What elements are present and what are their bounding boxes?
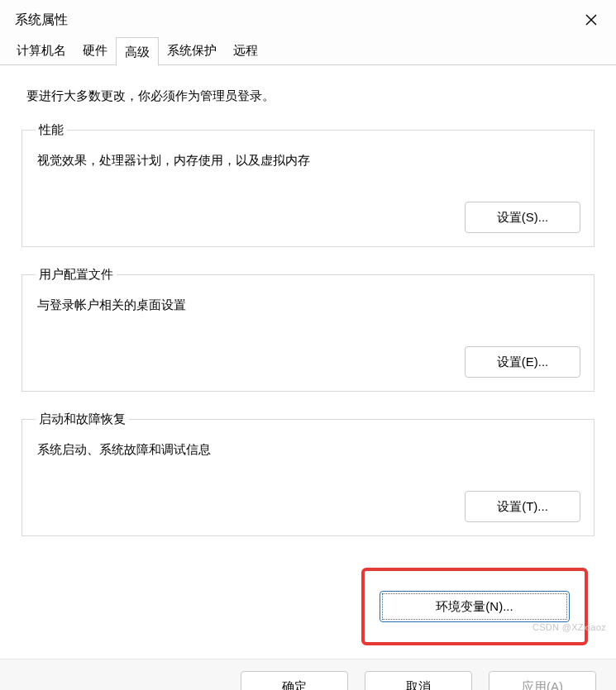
apply-button[interactable]: 应用(A): [489, 671, 596, 690]
admin-note: 要进行大多数更改，你必须作为管理员登录。: [26, 88, 590, 104]
dialog-footer: 确定 取消 应用(A): [0, 659, 616, 690]
startup-recovery-desc: 系统启动、系统故障和调试信息: [37, 442, 580, 458]
tab-content-advanced: 要进行大多数更改，你必须作为管理员登录。 性能 视觉效果，处理器计划，内存使用，…: [0, 64, 616, 659]
tab-system-protection[interactable]: 系统保护: [159, 36, 225, 65]
environment-variables-row: 环境变量(N)...: [21, 556, 595, 650]
tab-advanced[interactable]: 高级: [116, 37, 159, 66]
performance-legend: 性能: [36, 122, 67, 138]
startup-recovery-legend: 启动和故障恢复: [36, 412, 129, 427]
close-button[interactable]: [580, 8, 603, 31]
tab-computer-name[interactable]: 计算机名: [8, 36, 74, 65]
environment-variables-button[interactable]: 环境变量(N)...: [380, 591, 570, 622]
user-profiles-legend: 用户配置文件: [36, 267, 117, 283]
highlight-box: 环境变量(N)...: [361, 568, 588, 645]
titlebar: 系统属性: [0, 0, 616, 36]
watermark-text: CSDN @XZxiaoz: [532, 622, 606, 632]
tab-strip: 计算机名 硬件 高级 系统保护 远程: [0, 36, 616, 65]
user-profiles-settings-button[interactable]: 设置(E)...: [465, 346, 580, 378]
close-icon: [585, 14, 597, 26]
startup-recovery-settings-button[interactable]: 设置(T)...: [465, 491, 580, 522]
performance-group: 性能 视觉效果，处理器计划，内存使用，以及虚拟内存 设置(S)...: [21, 122, 595, 247]
performance-desc: 视觉效果，处理器计划，内存使用，以及虚拟内存: [37, 153, 580, 169]
ok-button[interactable]: 确定: [241, 671, 348, 690]
system-properties-dialog: 系统属性 计算机名 硬件 高级 系统保护 远程 要进行大多数更改，你必须作为管理…: [0, 0, 616, 690]
tab-hardware[interactable]: 硬件: [74, 36, 116, 65]
performance-settings-button[interactable]: 设置(S)...: [465, 202, 580, 233]
user-profiles-group: 用户配置文件 与登录帐户相关的桌面设置 设置(E)...: [21, 267, 595, 392]
cancel-button[interactable]: 取消: [365, 671, 472, 690]
user-profiles-desc: 与登录帐户相关的桌面设置: [37, 297, 580, 313]
tab-remote[interactable]: 远程: [225, 36, 266, 65]
startup-recovery-group: 启动和故障恢复 系统启动、系统故障和调试信息 设置(T)...: [21, 412, 595, 536]
window-title: 系统属性: [15, 12, 68, 29]
